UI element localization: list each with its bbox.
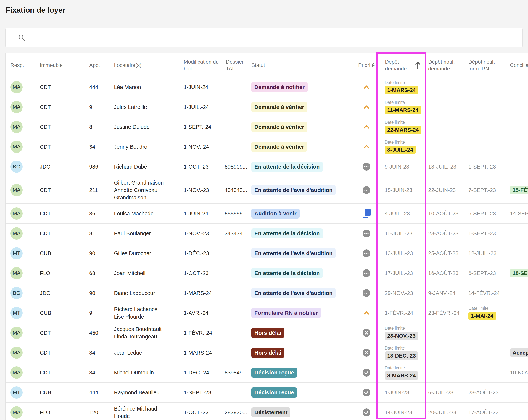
sort-ascending-icon[interactable] — [415, 61, 421, 70]
priority-check-circle-icon[interactable] — [362, 369, 370, 376]
cell-depot_notif_demande — [425, 137, 464, 157]
priority-chevron-up-icon[interactable] — [363, 311, 370, 315]
cell-app: 34 — [84, 137, 111, 157]
cell-app: 36 — [84, 204, 111, 223]
table-row[interactable]: BGJDC90Diane Ladouceur1-MARS-24En attent… — [6, 283, 528, 303]
column-header-label: Dossier TAL — [226, 58, 247, 72]
tenant-name: Jules Latreille — [114, 103, 147, 111]
priority-check-circle-icon[interactable] — [362, 389, 370, 397]
cell-app: 450 — [84, 323, 111, 343]
priority-ellipsis-circle-icon[interactable] — [362, 186, 370, 194]
table-row[interactable]: MTCUB90Gilles Durocher1-DÉC.-23En attent… — [6, 244, 528, 263]
priority-copy-icon[interactable] — [362, 209, 371, 218]
cell-depot_notif_form_rn: 6-SEPT.-23 — [464, 263, 506, 283]
tenant-name: Diane Ladouceur — [114, 289, 155, 297]
table-row[interactable]: MACDT34Michel Dumoulin1-DÉC.-24839849...… — [6, 363, 528, 383]
column-header-statut[interactable]: Statut — [249, 53, 355, 77]
priority-ellipsis-circle-icon[interactable] — [362, 269, 370, 277]
table-row[interactable]: MACDT8Justine Dulude1-SEPT.-24Demande à … — [6, 117, 528, 137]
table-row[interactable]: MAFLO120Bérénice MichaudHoude1-OCT.-2328… — [6, 403, 528, 420]
cell-locataires: Bérénice MichaudHoude — [111, 403, 180, 420]
cell-immeuble: CDT — [35, 177, 84, 203]
priority-chevron-up-icon[interactable] — [363, 105, 370, 109]
column-header-app[interactable]: App. — [84, 53, 111, 77]
cell-resp: MA — [6, 343, 35, 362]
date-highlight-chip: 18-DÉC.-23 — [385, 351, 418, 360]
table-row[interactable]: MACDT450Jacques BoudreaultLinda Tourange… — [6, 323, 528, 343]
cell-depot_notif_form_rn: 1-SEPT.-23 — [464, 157, 506, 176]
table-row[interactable]: BGJDC986Richard Dubé1-OCT.-23898909...En… — [6, 157, 528, 177]
cell-depot_notif_demande: 23-FÉVR.-24 — [425, 303, 464, 323]
date-value: 11-JUIL.-23 — [385, 231, 412, 237]
date-highlight-chip: 15-FÉV — [510, 186, 528, 194]
priority-ellipsis-circle-icon[interactable] — [362, 163, 370, 171]
column-header-conciliation[interactable]: Conciliation — [506, 53, 528, 77]
cell-priorite — [355, 343, 378, 362]
column-header-modification[interactable]: Modification du bail — [180, 53, 221, 77]
cell-dossier-tal — [221, 383, 249, 402]
tenant-names: Louisa Machedo — [114, 210, 154, 217]
column-header-resp[interactable]: Resp. — [6, 53, 35, 77]
column-header-depot_demande[interactable]: Dépôt demande — [378, 53, 425, 77]
cell-depot_notif_demande: 23-AOÛT-23 — [425, 223, 464, 243]
cell-immeuble: JDC — [35, 157, 84, 176]
cell-dossier-tal: 839849... — [221, 363, 249, 383]
cell-modification: 1-JUIN-24 — [180, 77, 221, 97]
cell-app: 68 — [84, 263, 111, 283]
column-header-immeuble[interactable]: Immeuble — [35, 53, 84, 77]
cell-priorite — [355, 363, 378, 383]
priority-check-circle-icon[interactable] — [362, 408, 370, 416]
priority-ellipsis-circle-icon[interactable] — [362, 289, 370, 297]
table-row[interactable]: MACDT36Louisa Machedo1-JUIN-24555555...A… — [6, 204, 528, 223]
avatar: MA — [11, 267, 23, 279]
priority-chevron-up-icon[interactable] — [363, 125, 370, 129]
table-row[interactable]: MACDT444Léa Marion1-JUIN-24Demande à not… — [6, 77, 528, 97]
table-row[interactable]: MTCUB9Richard LachanceLise Plourde1-AVR.… — [6, 303, 528, 323]
cell-depot_notif_form_rn — [464, 323, 506, 343]
priority-x-circle-icon[interactable] — [362, 349, 370, 357]
table-row[interactable]: MACDT9Jules Latreille1-JUIL.-24Demande à… — [6, 97, 528, 117]
column-header-priorite[interactable]: Priorité — [355, 53, 378, 77]
cell-locataires: Justine Dulude — [111, 117, 180, 137]
cell-statut: Décision reçue — [249, 383, 355, 402]
table-row[interactable]: MACDT211Gilbert GrandmaisonAnnette Corri… — [6, 177, 528, 204]
tenant-name: Louisa Machedo — [114, 210, 154, 217]
cell-conciliation — [506, 137, 528, 157]
status-badge: Hors délai — [251, 348, 284, 358]
cell-dossier-tal — [221, 244, 249, 263]
priority-chevron-up-icon[interactable] — [363, 145, 370, 149]
app-viewport: Fixation de loyer Resp.ImmeubleApp.Locat… — [0, 0, 528, 420]
cell-locataires: Jean Leduc — [111, 343, 180, 362]
date-value: 23-AOÛT-23 — [428, 231, 458, 237]
cell-depot_notif_form_rn: 1-SEPT.-23 — [464, 223, 506, 243]
table-row[interactable]: MACDT81Paul Boulanger1-NOV.-23343434...E… — [6, 223, 528, 244]
cell-dossier-tal — [221, 263, 249, 283]
column-header-locataires[interactable]: Locataire(s) — [111, 53, 180, 77]
column-header-depot_notif_demande[interactable]: Dépôt notif. demande — [425, 53, 464, 77]
priority-x-circle-icon[interactable] — [362, 329, 370, 337]
avatar: MA — [11, 227, 23, 240]
cell-immeuble: CUB — [35, 383, 84, 402]
cell-locataires: Louisa Machedo — [111, 204, 180, 223]
priority-ellipsis-circle-icon[interactable] — [362, 249, 370, 257]
column-header-dossier[interactable]: Dossier TAL — [221, 53, 249, 77]
date-highlight-chip: 8-JUIL.-24 — [385, 146, 416, 154]
priority-ellipsis-circle-icon[interactable] — [362, 230, 370, 237]
column-header-depot_notif_form_rn[interactable]: Dépôt notif. form. RN — [464, 53, 506, 77]
table-row[interactable]: MACDT34Jenny Boudro1-NOV.-24Demande à vé… — [6, 137, 528, 157]
table-row[interactable]: MACDT34Jean Leduc1-MARS-24Hors délaiDate… — [6, 343, 528, 363]
table-row[interactable]: MTCUB444Raymond Beaulieu1-SEPT.-23Décisi… — [6, 383, 528, 403]
cell-priorite — [355, 204, 378, 223]
cell-app: 90 — [84, 244, 111, 263]
cell-priorite — [355, 383, 378, 402]
column-header-label: Modification du bail — [184, 58, 219, 72]
cell-dossier-tal: 283930... — [221, 403, 249, 420]
cell-dossier-tal: 434343... — [221, 177, 249, 203]
priority-chevron-up-icon[interactable] — [363, 85, 370, 89]
date-value: 7-SEPT.-23 — [468, 187, 496, 193]
date-highlight-chip: 11-MARS-24 — [385, 106, 421, 114]
cell-resp: MA — [6, 97, 35, 117]
table-row[interactable]: MAFLO68Joan Mitchell1-OCT.-23En attente … — [6, 263, 528, 283]
search-input[interactable] — [30, 30, 522, 45]
tenant-names: Justine Dulude — [114, 123, 150, 131]
